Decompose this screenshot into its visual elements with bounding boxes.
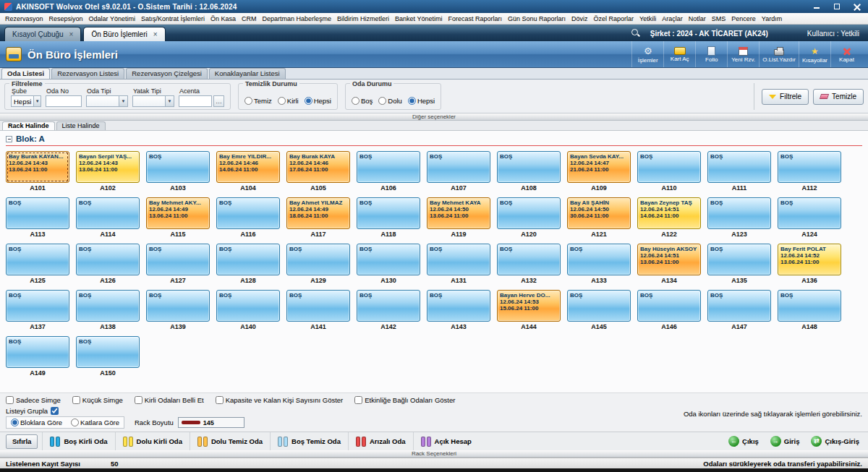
oda-durumu-radio[interactable]: Boş xyxy=(352,97,373,105)
group-by-radio[interactable]: Katlara Göre xyxy=(71,419,119,426)
subtab[interactable]: Rezervasyon Listesi xyxy=(51,68,124,79)
toolbar-shortcuts-button[interactable]: Kısayollar xyxy=(799,41,830,67)
oda-durumu-radio-input[interactable] xyxy=(378,97,386,105)
minimize-icon[interactable] xyxy=(813,3,820,10)
room-a119[interactable]: Bay Mehmet KAYA12.06.24 14:5013.06.24 11… xyxy=(427,197,490,229)
room-a122[interactable]: Bayan Zeynep TAŞ12.06.24 14:5114.06.24 1… xyxy=(637,197,701,229)
view-tab[interactable]: Liste Halinde xyxy=(56,121,106,130)
menu-item[interactable]: CRM xyxy=(239,14,260,23)
temizlik-radio[interactable]: Kirli xyxy=(278,97,299,105)
oda-tipi-select[interactable]: ▼ xyxy=(86,95,128,107)
action-cikis-giris-button[interactable]: ⇄Çıkış-Giriş xyxy=(811,436,859,447)
room-a150[interactable]: BOŞ xyxy=(76,336,140,368)
toolbar-close-button[interactable]: Kapat xyxy=(830,41,862,67)
room-a125[interactable]: BOŞ xyxy=(6,244,69,275)
display-option-checkbox-input[interactable] xyxy=(354,396,362,404)
menu-item[interactable]: Özel Raporlar xyxy=(591,14,637,23)
temizlik-radio-input[interactable] xyxy=(305,97,312,105)
oda-durumu-radio[interactable]: Hepsi xyxy=(408,97,435,105)
display-option-checkbox[interactable]: Etkinliğe Bağlı Odaları Göster xyxy=(354,396,455,404)
room-a102[interactable]: Bayan Serpil YAŞ...12.06.24 14:4313.06.2… xyxy=(76,151,140,183)
temizlik-radio-input[interactable] xyxy=(278,97,286,105)
maximize-icon[interactable] xyxy=(833,3,841,10)
menu-item[interactable]: Odalar Yönetimi xyxy=(86,14,138,23)
room-a130[interactable]: BOŞ xyxy=(357,244,420,275)
menu-item[interactable]: Pencere xyxy=(728,14,759,23)
temizlik-radio-input[interactable] xyxy=(244,97,252,105)
room-a116[interactable]: BOŞ xyxy=(216,197,280,229)
collapse-icon[interactable] xyxy=(6,136,12,142)
room-a108[interactable]: BOŞ xyxy=(497,151,561,183)
room-a105[interactable]: Bay Burak KAYA12.06.24 14:4617.06.24 11:… xyxy=(286,151,350,183)
room-a103[interactable]: BOŞ xyxy=(146,151,210,183)
rack-options-splitter[interactable]: Rack Seçenekleri xyxy=(0,450,868,458)
room-a140[interactable]: BOŞ xyxy=(216,290,280,322)
room-a143[interactable]: BOŞ xyxy=(427,290,490,322)
action-cikis-button[interactable]: ←Çıkış xyxy=(728,436,759,447)
room-a101[interactable]: Bay Burak KAYAN...12.06.24 14:4313.06.24… xyxy=(6,151,69,183)
menu-item[interactable]: Rezervasyon xyxy=(2,14,46,23)
slider-handle[interactable] xyxy=(182,421,200,424)
room-a137[interactable]: BOŞ xyxy=(6,290,69,322)
yatak-tipi-select[interactable]: ▼ xyxy=(132,95,174,107)
room-a136[interactable]: Bay Ferit POLAT12.06.24 14:5213.06.24 11… xyxy=(778,244,841,275)
search-icon[interactable] xyxy=(631,29,640,38)
room-a109[interactable]: Bayan Sevda KAY...12.06.24 14:4721.06.24… xyxy=(567,151,631,183)
menu-item[interactable]: Resepsiyon xyxy=(46,14,86,23)
room-a117[interactable]: Bay Ahmet YILMAZ12.06.24 14:4918.06.24 1… xyxy=(286,197,350,229)
menu-item[interactable]: Gün Sonu Raporları xyxy=(505,14,569,23)
toolbar-printer-button[interactable]: O.List.Yazdır xyxy=(759,41,799,67)
group-by-radio-input[interactable] xyxy=(11,419,19,426)
display-option-checkbox-input[interactable] xyxy=(6,396,14,404)
room-a149[interactable]: BOŞ xyxy=(6,336,69,368)
group-by-radio[interactable]: Bloklara Göre xyxy=(11,419,62,426)
display-option-checkbox-input[interactable] xyxy=(216,396,224,404)
group-by-radio-input[interactable] xyxy=(71,419,79,426)
toolbar-folio-button[interactable]: Folio xyxy=(695,41,727,67)
rack-size-slider[interactable]: 145 xyxy=(178,417,244,428)
menu-item[interactable]: SMS xyxy=(709,14,729,23)
oda-durumu-radio[interactable]: Dolu xyxy=(378,97,402,105)
tab-close-icon[interactable]: × xyxy=(69,31,74,38)
temizlik-radio[interactable]: Temiz xyxy=(244,97,272,105)
room-a134[interactable]: Bay Hüseyin AKSOY12.06.24 14:5113.06.24 … xyxy=(637,244,701,275)
menu-item[interactable]: Satış/Kontrat İşlemleri xyxy=(138,14,208,23)
room-a115[interactable]: Bay Mehmet AKY...12.06.24 14:4913.06.24 … xyxy=(146,197,210,229)
oda-durumu-radio-input[interactable] xyxy=(408,97,416,105)
room-a118[interactable]: BOŞ xyxy=(357,197,420,229)
temizlik-radio[interactable]: Hepsi xyxy=(305,97,331,105)
menu-item[interactable]: Notlar xyxy=(686,14,709,23)
close-icon[interactable] xyxy=(854,3,861,10)
reset-button[interactable]: Sıfırla xyxy=(6,434,38,449)
menu-item[interactable]: Ön Kasa xyxy=(208,14,239,23)
room-a133[interactable]: BOŞ xyxy=(567,244,631,275)
room-a128[interactable]: BOŞ xyxy=(216,244,280,275)
menu-item[interactable]: Forecast Raporları xyxy=(445,14,505,23)
room-a121[interactable]: Bay Ali ŞAHİN12.06.24 14:5030.06.24 11:0… xyxy=(567,197,631,229)
room-a120[interactable]: BOŞ xyxy=(497,197,561,229)
room-a145[interactable]: BOŞ xyxy=(567,290,631,322)
room-a113[interactable]: BOŞ xyxy=(6,197,69,229)
listeyi-grupla-checkbox-input[interactable] xyxy=(51,407,59,415)
subtab[interactable]: Oda Listesi xyxy=(1,68,50,79)
view-tab[interactable]: Rack Halinde xyxy=(2,121,55,130)
room-a141[interactable]: BOŞ xyxy=(286,290,350,322)
document-tab[interactable]: Ön Büro İşlemleri× xyxy=(83,27,165,41)
room-a139[interactable]: BOŞ xyxy=(146,290,210,322)
room-a135[interactable]: BOŞ xyxy=(707,244,771,275)
room-a129[interactable]: BOŞ xyxy=(286,244,350,275)
room-a132[interactable]: BOŞ xyxy=(497,244,561,275)
room-a127[interactable]: BOŞ xyxy=(146,244,210,275)
room-a144[interactable]: Bayan Herve DO...12.06.24 14:5315.06.24 … xyxy=(497,290,561,322)
room-a147[interactable]: BOŞ xyxy=(707,290,771,322)
room-a142[interactable]: BOŞ xyxy=(357,290,420,322)
room-a131[interactable]: BOŞ xyxy=(427,244,490,275)
room-a112[interactable]: BOŞ xyxy=(778,151,841,183)
menu-item[interactable]: Yardım xyxy=(759,14,785,23)
room-a110[interactable]: BOŞ xyxy=(637,151,701,183)
display-option-checkbox[interactable]: Kirli Odaları Belli Et xyxy=(135,396,204,404)
acenta-input[interactable] xyxy=(179,95,212,107)
menu-item[interactable]: Araçlar xyxy=(659,14,686,23)
acenta-lookup-button[interactable]: … xyxy=(213,95,224,107)
display-option-checkbox[interactable]: Sadece Simge xyxy=(6,396,61,404)
